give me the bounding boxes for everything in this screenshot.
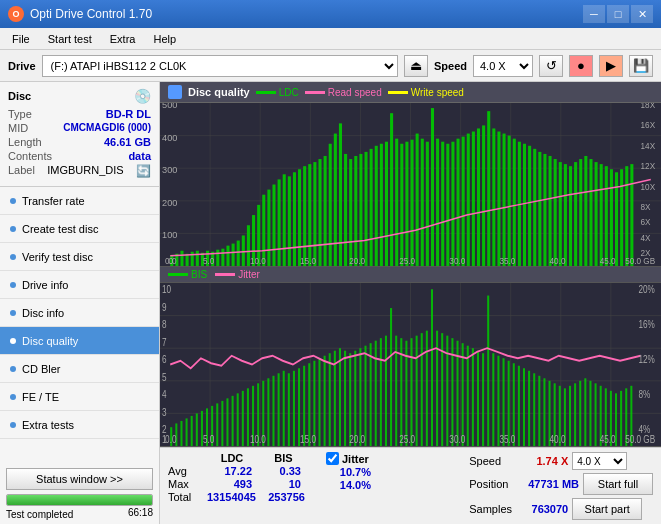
svg-text:15.0: 15.0 — [300, 257, 316, 266]
start-part-button[interactable]: Start part — [572, 498, 642, 520]
svg-rect-87 — [543, 154, 546, 266]
disc-eject-icon[interactable]: 💿 — [134, 88, 151, 104]
minimize-button[interactable]: ─ — [583, 5, 605, 23]
nav-disc-quality[interactable]: Disc quality — [0, 327, 159, 355]
bottom-chart-header: BIS Jitter — [160, 267, 661, 283]
disc-mid-key: MID — [8, 122, 28, 134]
total-row: Total 13154045 253756 — [168, 491, 306, 503]
svg-rect-51 — [359, 154, 362, 266]
disc-length-key: Length — [8, 136, 42, 148]
disc-label-key: Label — [8, 164, 35, 178]
disc-type-row: Type BD-R DL — [8, 108, 151, 120]
svg-rect-72 — [467, 134, 470, 266]
speed-row: Speed 1.74 X 4.0 X — [469, 452, 653, 470]
avg-row: Avg 17.22 0.33 — [168, 465, 306, 477]
svg-rect-218 — [543, 378, 545, 446]
svg-rect-45 — [329, 144, 332, 266]
svg-rect-208 — [492, 353, 494, 446]
avg-ldc: 17.22 — [207, 465, 252, 477]
svg-text:40.0: 40.0 — [550, 435, 566, 446]
speed-select-stats[interactable]: 4.0 X — [572, 452, 627, 470]
svg-rect-103 — [625, 166, 628, 266]
svg-rect-34 — [272, 185, 275, 267]
svg-rect-212 — [513, 363, 515, 446]
nav-verify-test-disc[interactable]: Verify test disc — [0, 243, 159, 271]
nav-create-test-disc[interactable]: Create test disc — [0, 215, 159, 243]
jitter-checkbox[interactable] — [326, 452, 339, 465]
svg-rect-73 — [472, 132, 475, 266]
chart-icon — [168, 85, 182, 99]
svg-rect-26 — [232, 244, 235, 266]
svg-text:50.0 GB: 50.0 GB — [625, 257, 656, 266]
svg-rect-68 — [446, 144, 449, 266]
svg-text:0.0: 0.0 — [165, 435, 176, 446]
burn-button[interactable]: ▶ — [599, 55, 623, 77]
svg-text:400: 400 — [162, 133, 177, 143]
svg-rect-172 — [308, 363, 310, 446]
svg-text:50.0 GB: 50.0 GB — [625, 435, 655, 446]
svg-rect-81 — [513, 139, 516, 266]
nav-cd-bler[interactable]: CD Bler — [0, 355, 159, 383]
max-bis: 10 — [256, 478, 301, 490]
svg-rect-202 — [462, 343, 464, 446]
close-button[interactable]: ✕ — [631, 5, 653, 23]
nav-extra-tests[interactable]: Extra tests — [0, 411, 159, 439]
nav-disc-info[interactable]: Disc info — [0, 299, 159, 327]
save-button[interactable]: 💾 — [629, 55, 653, 77]
status-window-button[interactable]: Status window >> — [6, 468, 153, 490]
svg-rect-96 — [589, 159, 592, 266]
svg-rect-178 — [339, 348, 341, 446]
svg-rect-52 — [364, 152, 367, 266]
refresh-button[interactable]: ↺ — [539, 55, 563, 77]
svg-rect-62 — [416, 134, 419, 266]
start-full-button[interactable]: Start full — [583, 473, 653, 495]
nav-transfer-rate[interactable]: Transfer rate — [0, 187, 159, 215]
svg-rect-18 — [191, 252, 194, 266]
disc-panel-header: Disc 💿 — [8, 88, 151, 104]
svg-rect-225 — [579, 381, 581, 446]
disc-mid-row: MID CMCMAGDI6 (000) — [8, 122, 151, 134]
svg-rect-95 — [584, 156, 587, 266]
total-bis: 253756 — [260, 491, 305, 503]
menu-help[interactable]: Help — [145, 31, 184, 47]
svg-rect-223 — [569, 386, 571, 446]
svg-rect-182 — [359, 348, 361, 446]
svg-text:4X: 4X — [641, 234, 652, 243]
jitter-avg: 10.7% — [326, 466, 371, 478]
svg-text:20%: 20% — [639, 284, 655, 295]
svg-rect-84 — [528, 146, 531, 266]
svg-rect-77 — [492, 128, 495, 266]
svg-rect-159 — [242, 391, 244, 446]
svg-text:4: 4 — [162, 390, 167, 401]
disc-length-val: 46.61 GB — [104, 136, 151, 148]
svg-text:14X: 14X — [641, 142, 656, 151]
svg-rect-66 — [436, 139, 439, 266]
disc-label-row: Label IMGBURN_DIS 🔄 — [8, 164, 151, 178]
menu-file[interactable]: File — [4, 31, 38, 47]
bottom-chart: 10 9 8 7 6 5 4 3 2 1 20% 16% 12% 8% 4% — [160, 283, 661, 447]
svg-text:9: 9 — [162, 302, 167, 313]
svg-rect-28 — [242, 235, 245, 266]
maximize-button[interactable]: □ — [607, 5, 629, 23]
record-button[interactable]: ● — [569, 55, 593, 77]
svg-rect-48 — [344, 154, 347, 266]
svg-rect-76 — [487, 111, 490, 266]
nav-drive-info[interactable]: Drive info — [0, 271, 159, 299]
svg-rect-65 — [431, 108, 434, 266]
disc-contents-val: data — [128, 150, 151, 162]
svg-rect-46 — [334, 134, 337, 266]
svg-text:25.0: 25.0 — [399, 435, 415, 446]
svg-text:45.0: 45.0 — [600, 257, 616, 266]
svg-text:200: 200 — [162, 198, 177, 208]
menu-extra[interactable]: Extra — [102, 31, 144, 47]
svg-rect-78 — [497, 132, 500, 266]
svg-rect-90 — [559, 162, 562, 266]
eject-button[interactable]: ⏏ — [404, 55, 428, 77]
drive-select[interactable]: (F:) ATAPI iHBS112 2 CL0K — [42, 55, 398, 77]
svg-text:16X: 16X — [641, 121, 656, 130]
svg-rect-35 — [278, 179, 281, 266]
speed-select[interactable]: 4.0 X — [473, 55, 533, 77]
menu-start-test[interactable]: Start test — [40, 31, 100, 47]
status-area: Status window >> Test completed 66:18 — [0, 464, 159, 524]
nav-fe-te[interactable]: FE / TE — [0, 383, 159, 411]
